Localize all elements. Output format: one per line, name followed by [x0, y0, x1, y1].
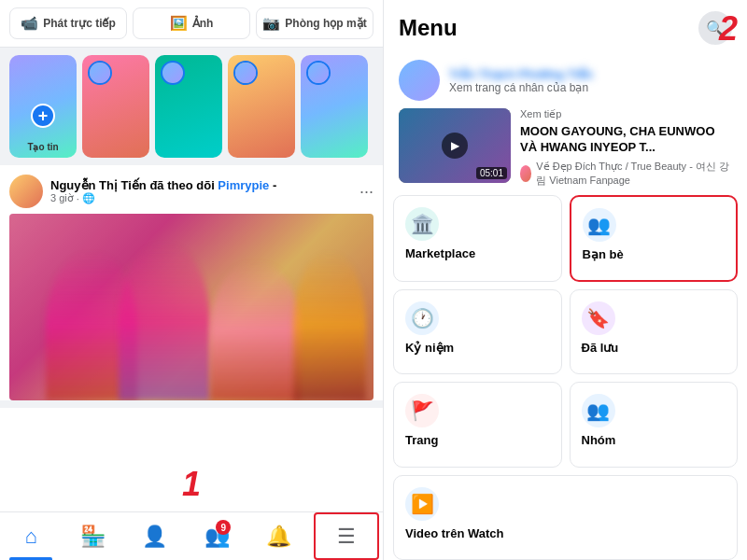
menu-icon: ☰ — [337, 525, 356, 549]
story-item-2[interactable] — [155, 55, 222, 158]
groups-label: Nhóm — [582, 433, 726, 447]
post-time: 3 giờ · 🌐 — [50, 192, 352, 204]
pages-icon: 🚩 — [405, 394, 439, 427]
post-meta: Nguyễn Thị Tiến đã theo dõi Pimrypie - 3… — [50, 178, 352, 204]
nav-menu[interactable]: ☰ — [314, 512, 379, 560]
post-globe-icon: · — [77, 193, 79, 204]
bell-icon: 🔔 — [266, 525, 291, 549]
silhouette-4 — [293, 251, 366, 400]
create-story-label: Tạo tin — [9, 142, 77, 152]
post-header: Nguyễn Thị Tiến đã theo dõi Pimrypie - 3… — [9, 175, 374, 208]
story-avatar-2 — [161, 61, 185, 85]
video-source-row: Về Đẹp Đích Thực / True Beauty - 여신 강림 V… — [520, 160, 732, 188]
video-source-icon — [520, 165, 531, 182]
video-info: Xem tiếp MOON GAYOUNG, CHA EUNWOO VÀ HWA… — [520, 108, 732, 188]
video-section: ▶ 05:01 Xem tiếp MOON GAYOUNG, CHA EUNWO… — [384, 108, 747, 195]
profile-icon: 👤 — [142, 525, 167, 549]
story-item-3[interactable] — [228, 55, 295, 158]
memories-icon: 🕐 — [405, 301, 439, 335]
video-duration: 05:01 — [476, 167, 507, 179]
create-story-plus-icon: + — [31, 104, 55, 128]
globe-icon: 🌐 — [82, 192, 95, 204]
menu-grid: 🏛️ Marketplace 👥 Bạn bè 🕐 Kỷ niệm 🔖 Đã l… — [384, 195, 747, 560]
video-watch-more: Xem tiếp — [520, 108, 732, 120]
marketplace-icon: 🏛️ — [405, 207, 439, 241]
post-name-text: Nguyễn Thị Tiến đã theo dõi — [50, 178, 218, 192]
live-label: Phát trực tiếp — [43, 17, 116, 30]
nav-store[interactable]: 🏪 — [62, 512, 123, 560]
profile-info: Trần Thạch Phương Tiến Xem trang cá nhân… — [449, 67, 732, 94]
left-panel: 📹 Phát trực tiếp 🖼️ Ảnh 📷 Phòng họp mặt … — [0, 0, 383, 560]
room-icon: 📷 — [262, 15, 280, 32]
silhouette-2 — [119, 242, 210, 400]
menu-header: Menu 🔍 2 — [384, 0, 747, 52]
watch-icon: ▶️ — [405, 487, 439, 521]
saved-icon: 🔖 — [582, 301, 615, 335]
nav-home[interactable]: ⌂ — [0, 512, 62, 560]
right-panel: Menu 🔍 2 Trần Thạch Phương Tiến Xem tran… — [384, 0, 747, 560]
profile-subtitle: Xem trang cá nhân của bạn — [449, 81, 732, 94]
store-icon: 🏪 — [80, 525, 106, 549]
menu-card-pages[interactable]: 🚩 Trang — [393, 382, 562, 467]
room-label: Phòng họp mặt — [285, 17, 366, 30]
live-button[interactable]: 📹 Phát trực tiếp — [9, 7, 127, 39]
post-avatar — [9, 175, 43, 208]
photo-label: Ảnh — [192, 17, 214, 30]
post-image — [9, 214, 374, 400]
menu-card-marketplace[interactable]: 🏛️ Marketplace — [393, 195, 562, 282]
profile-row[interactable]: Trần Thạch Phương Tiến Xem trang cá nhân… — [384, 52, 747, 108]
menu-card-friends[interactable]: 👥 Bạn bè — [570, 195, 739, 282]
play-button-icon: ▶ — [442, 133, 468, 159]
silhouette-3 — [210, 260, 302, 400]
post-link[interactable]: Pimrypie — [218, 178, 269, 192]
live-icon: 📹 — [21, 15, 38, 32]
memories-label: Kỷ niệm — [405, 341, 550, 355]
red-number-2: 2 — [719, 9, 738, 49]
photo-icon: 🖼️ — [170, 15, 188, 32]
marketplace-label: Marketplace — [405, 246, 550, 260]
profile-name: Trần Thạch Phương Tiến — [449, 67, 732, 81]
bottom-nav: ⌂ 🏪 👤 👥 9 🔔 ☰ — [0, 511, 383, 560]
pages-label: Trang — [405, 433, 550, 447]
menu-card-saved[interactable]: 🔖 Đã lưu — [570, 289, 739, 374]
nav-friends[interactable]: 👥 9 — [186, 512, 247, 560]
menu-title: Menu — [399, 15, 458, 41]
menu-card-watch[interactable]: ▶️ Video trên Watch — [393, 475, 738, 560]
groups-icon: 👥 — [582, 394, 615, 427]
video-title: MOON GAYOUNG, CHA EUNWOO VÀ HWANG INYEOP… — [520, 124, 732, 156]
post-item: Nguyễn Thị Tiến đã theo dõi Pimrypie - 3… — [0, 165, 383, 408]
red-number-1: 1 — [182, 465, 201, 504]
stories-row: + Tạo tin — [0, 48, 383, 165]
nav-bell[interactable]: 🔔 — [247, 512, 309, 560]
story-avatar-4 — [306, 61, 331, 85]
saved-label: Đã lưu — [582, 341, 726, 355]
create-story-item[interactable]: + Tạo tin — [9, 55, 77, 158]
watch-label: Video trên Watch — [405, 526, 726, 540]
post-name: Nguyễn Thị Tiến đã theo dõi Pimrypie - — [50, 178, 352, 192]
nav-profile[interactable]: 👤 — [124, 512, 186, 560]
action-buttons-row: 📹 Phát trực tiếp 🖼️ Ảnh 📷 Phòng họp mặt — [0, 0, 383, 48]
post-name-after: - — [269, 178, 276, 192]
story-avatar-1 — [88, 61, 112, 85]
home-icon: ⌂ — [25, 525, 37, 549]
story-item-4[interactable] — [301, 55, 368, 158]
menu-card-memories[interactable]: 🕐 Kỷ niệm — [393, 289, 562, 374]
photo-button[interactable]: 🖼️ Ảnh — [133, 7, 250, 39]
story-item-1[interactable] — [82, 55, 149, 158]
post-time-text: 3 giờ — [50, 192, 74, 204]
video-thumbnail: ▶ 05:01 — [399, 108, 511, 183]
video-source-name: Về Đẹp Đích Thực / True Beauty - 여신 강림 V… — [536, 160, 732, 188]
friends-label: Bạn bè — [583, 247, 726, 261]
post-dots-button[interactable]: ··· — [359, 182, 374, 202]
friends-icon: 👥 — [583, 208, 616, 242]
profile-avatar — [399, 60, 440, 101]
menu-card-groups[interactable]: 👥 Nhóm — [570, 382, 739, 467]
video-card[interactable]: ▶ 05:01 Xem tiếp MOON GAYOUNG, CHA EUNWO… — [399, 108, 732, 188]
room-button[interactable]: 📷 Phòng họp mặt — [256, 7, 374, 39]
story-avatar-3 — [233, 61, 258, 85]
